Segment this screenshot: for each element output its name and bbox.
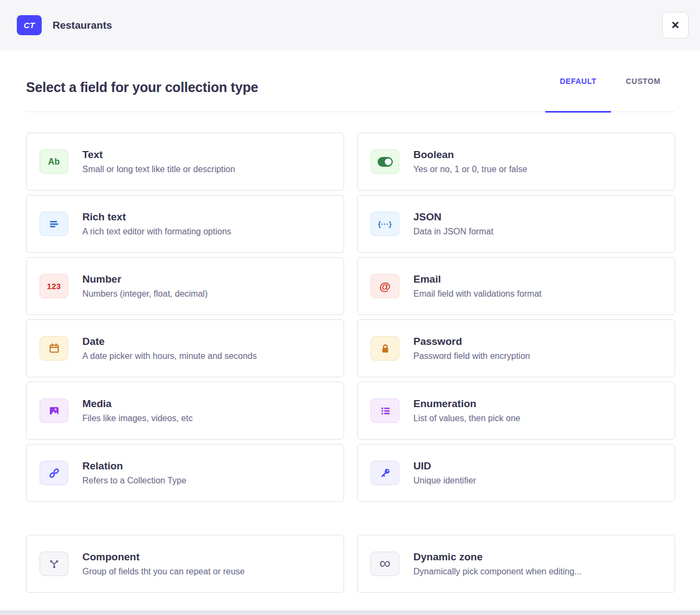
json-braces-icon: {···} — [371, 212, 399, 236]
card-text-block: Email Email field with validations forma… — [413, 273, 542, 299]
field-card-text[interactable]: Ab Text Small or long text like title or… — [26, 133, 344, 191]
modal-content: Select a field for your collection type … — [0, 50, 700, 611]
field-card-description: A date picker with hours, minute and sec… — [82, 351, 257, 361]
key-icon — [371, 461, 399, 485]
field-card-description: Refers to a Collection Type — [82, 476, 186, 486]
field-card-relation[interactable]: Relation Refers to a Collection Type — [26, 444, 344, 502]
field-card-grid: Ab Text Small or long text like title or… — [26, 133, 675, 502]
field-card-description: A rich text editor with formating option… — [82, 227, 231, 237]
toggle-icon — [371, 149, 399, 174]
field-card-date[interactable]: Date A date picker with hours, minute an… — [26, 319, 344, 377]
field-card-title: Enumeration — [413, 398, 520, 410]
rich-text-icon — [40, 212, 68, 236]
field-card-description: Unique identifier — [413, 476, 476, 486]
component-nodes-icon — [40, 552, 68, 576]
calendar-icon — [40, 336, 68, 361]
field-card-title: Text — [82, 149, 235, 161]
field-card-number[interactable]: 123 Number Numbers (integer, float, deci… — [26, 257, 344, 315]
field-card-media[interactable]: Media Files like images, videos, etc — [26, 382, 344, 440]
field-card-title: Date — [82, 336, 257, 348]
field-card-description: Password field with encryption — [413, 351, 530, 361]
tab-default[interactable]: DEFAULT — [545, 50, 611, 112]
field-card-dynamic-zone[interactable]: ∞ Dynamic zone Dynamically pick componen… — [357, 535, 675, 593]
field-card-description: Data in JSON format — [413, 227, 494, 237]
field-card-password[interactable]: Password Password field with encryption — [357, 319, 675, 377]
title-row: Select a field for your collection type … — [26, 50, 675, 112]
card-text-block: Boolean Yes or no, 1 or 0, true or false — [413, 149, 527, 174]
number-icon: 123 — [40, 274, 68, 298]
card-text-block: UID Unique identifier — [413, 460, 476, 486]
field-card-description: Yes or no, 1 or 0, true or false — [413, 165, 527, 174]
field-card-title: Boolean — [413, 149, 527, 161]
card-text-block: Relation Refers to a Collection Type — [82, 460, 186, 486]
field-card-title: JSON — [413, 211, 494, 223]
page-title: Select a field for your collection type — [26, 79, 258, 95]
chain-link-icon — [40, 461, 68, 485]
card-text-block: Text Small or long text like title or de… — [82, 149, 235, 174]
field-card-title: Dynamic zone — [413, 551, 581, 563]
field-card-title: Password — [413, 336, 530, 348]
lock-icon — [371, 336, 399, 361]
modal-footer-edge — [0, 611, 700, 615]
field-card-component[interactable]: Component Group of fields tht you can re… — [26, 535, 344, 593]
card-text-block: Number Numbers (integer, float, decimal) — [82, 273, 208, 299]
card-text-block: Rich text A rich text editor with format… — [82, 211, 231, 237]
field-card-email[interactable]: @ Email Email field with validations for… — [357, 257, 675, 315]
field-card-description: Numbers (integer, float, decimal) — [82, 289, 208, 299]
ab-icon: Ab — [40, 149, 68, 174]
card-text-block: Dynamic zone Dynamically pick component … — [413, 551, 581, 577]
field-card-title: Component — [82, 551, 245, 563]
close-button[interactable]: ✕ — [662, 12, 689, 38]
field-card-title: Media — [82, 398, 193, 410]
field-card-title: Relation — [82, 460, 186, 472]
card-text-block: Date A date picker with hours, minute an… — [82, 336, 257, 361]
field-card-description: Group of fields tht you can repeat or re… — [82, 567, 245, 577]
tab-bar: DEFAULT CUSTOM — [545, 50, 675, 112]
field-card-title: Rich text — [82, 211, 231, 223]
at-sign-icon: @ — [371, 274, 399, 298]
card-text-block: JSON Data in JSON format — [413, 211, 494, 237]
collection-name: Restaurants — [53, 19, 112, 31]
field-card-boolean[interactable]: Boolean Yes or no, 1 or 0, true or false — [357, 133, 675, 191]
field-card-description: Files like images, videos, etc — [82, 414, 193, 423]
collection-type-badge: CT — [17, 15, 42, 35]
field-card-description: List of values, then pick one — [413, 414, 520, 423]
card-text-block: Component Group of fields tht you can re… — [82, 551, 245, 577]
bullet-list-icon — [371, 398, 399, 423]
modal-header: CT Restaurants ✕ — [0, 0, 700, 50]
picture-icon — [40, 398, 68, 423]
field-card-description: Email field with validations format — [413, 289, 542, 299]
field-card-title: UID — [413, 460, 476, 472]
card-text-block: Media Files like images, videos, etc — [82, 398, 193, 423]
infinity-icon: ∞ — [371, 552, 399, 576]
field-card-title: Number — [82, 273, 208, 285]
field-card-enumeration[interactable]: Enumeration List of values, then pick on… — [357, 382, 675, 440]
field-card-description: Dynamically pick component when editing.… — [413, 567, 581, 577]
field-card-description: Small or long text like title or descrip… — [82, 165, 235, 174]
field-card-uid[interactable]: UID Unique identifier — [357, 444, 675, 502]
field-card-title: Email — [413, 273, 542, 285]
card-text-block: Enumeration List of values, then pick on… — [413, 398, 520, 423]
advanced-card-grid: Component Group of fields tht you can re… — [26, 535, 675, 593]
tab-custom[interactable]: CUSTOM — [611, 50, 675, 112]
field-card-json[interactable]: {···} JSON Data in JSON format — [357, 195, 675, 253]
card-text-block: Password Password field with encryption — [413, 336, 530, 361]
close-icon: ✕ — [671, 19, 680, 31]
field-card-rich-text[interactable]: Rich text A rich text editor with format… — [26, 195, 344, 253]
